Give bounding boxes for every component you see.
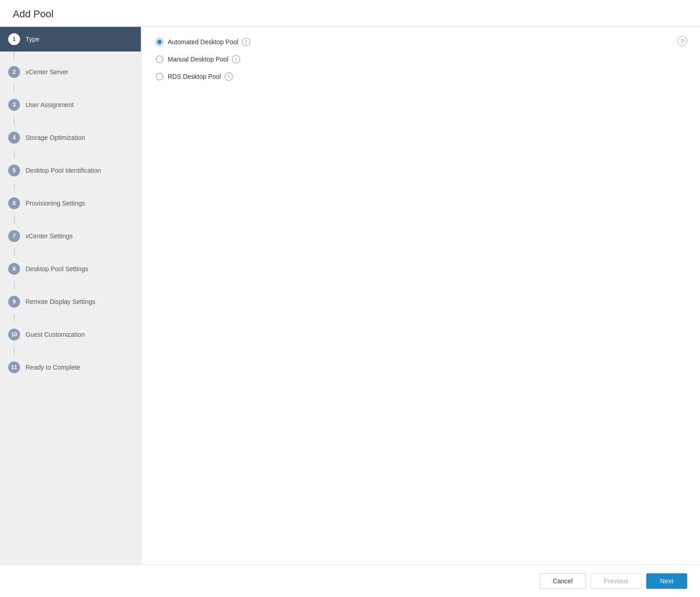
sidebar-connector	[14, 347, 15, 355]
sidebar-item-label: Desktop Pool Settings	[26, 265, 88, 273]
sidebar-item-storage-optimization[interactable]: 4Storage Optimization	[0, 125, 141, 150]
sidebar-item-label: Type	[26, 36, 39, 43]
add-pool-wizard: Add Pool 1Type2vCenter Server3User Assig…	[0, 0, 700, 597]
sidebar-item-label: Guest Customization	[26, 331, 85, 338]
step-badge-1: 1	[8, 33, 20, 45]
sidebar-connector	[14, 117, 15, 125]
option-row-automated: Automated Desktop Pooli	[156, 38, 685, 46]
previous-button[interactable]: Previous	[591, 573, 642, 589]
option-row-rds: RDS Desktop Pooli	[156, 72, 685, 81]
sidebar-connector	[14, 150, 15, 158]
sidebar-item-desktop-pool-identification[interactable]: 5Desktop Pool Identification	[0, 158, 141, 183]
step-badge-3: 3	[8, 99, 20, 111]
option-label-manual: Manual Desktop Pool	[168, 56, 228, 63]
sidebar-connector	[14, 314, 15, 322]
radio-manual[interactable]	[156, 56, 163, 63]
step-badge-6: 6	[8, 197, 20, 209]
sidebar-item-label: vCenter Settings	[26, 232, 73, 240]
sidebar-connector	[14, 183, 15, 191]
info-icon-manual[interactable]: i	[232, 55, 240, 63]
sidebar-item-user-assignment[interactable]: 3User Assignment	[0, 93, 141, 117]
sidebar-item-guest-customization[interactable]: 10Guest Customization	[0, 322, 141, 347]
sidebar: 1Type2vCenter Server3User Assignment4Sto…	[0, 27, 141, 565]
sidebar-item-type[interactable]: 1Type	[0, 27, 141, 51]
sidebar-item-label: vCenter Server	[26, 68, 68, 76]
step-badge-11: 11	[8, 361, 20, 373]
option-label-automated: Automated Desktop Pool	[168, 38, 238, 46]
sidebar-item-remote-display-settings[interactable]: 9Remote Display Settings	[0, 289, 141, 314]
wizard-body: 1Type2vCenter Server3User Assignment4Sto…	[0, 27, 700, 565]
sidebar-connector	[14, 51, 15, 60]
sidebar-connector	[14, 248, 15, 257]
step-badge-7: 7	[8, 230, 20, 242]
cancel-button[interactable]: Cancel	[540, 573, 586, 589]
step-badge-10: 10	[8, 329, 20, 340]
sidebar-item-vcenter-server[interactable]: 2vCenter Server	[0, 60, 141, 84]
main-content: ? Automated Desktop PooliManual Desktop …	[141, 27, 700, 565]
sidebar-connector	[14, 281, 15, 289]
options-container: Automated Desktop PooliManual Desktop Po…	[156, 38, 685, 81]
next-button[interactable]: Next	[646, 573, 687, 589]
step-badge-4: 4	[8, 132, 20, 144]
sidebar-item-vcenter-settings[interactable]: 7vCenter Settings	[0, 224, 141, 248]
step-badge-5: 5	[8, 165, 20, 176]
option-label-rds: RDS Desktop Pool	[168, 73, 221, 80]
wizard-footer: Cancel Previous Next	[0, 565, 700, 597]
sidebar-item-label: Storage Optimization	[26, 134, 85, 141]
step-badge-9: 9	[8, 296, 20, 308]
radio-rds[interactable]	[156, 73, 163, 80]
sidebar-item-label: Ready to Complete	[26, 364, 80, 371]
sidebar-item-ready-to-complete[interactable]: 11Ready to Complete	[0, 355, 141, 380]
sidebar-item-label: User Assignment	[26, 101, 74, 108]
step-badge-2: 2	[8, 66, 20, 78]
option-row-manual: Manual Desktop Pooli	[156, 55, 685, 63]
sidebar-item-label: Desktop Pool Identification	[26, 167, 101, 174]
radio-automated[interactable]	[156, 38, 163, 46]
sidebar-item-label: Provisioning Settings	[26, 200, 85, 207]
sidebar-item-provisioning-settings[interactable]: 6Provisioning Settings	[0, 191, 141, 216]
info-icon-automated[interactable]: i	[242, 38, 250, 46]
help-icon[interactable]: ?	[677, 36, 687, 46]
step-badge-8: 8	[8, 263, 20, 275]
sidebar-connector	[14, 216, 15, 224]
sidebar-item-label: Remote Display Settings	[26, 298, 95, 305]
sidebar-item-desktop-pool-settings[interactable]: 8Desktop Pool Settings	[0, 257, 141, 281]
info-icon-rds[interactable]: i	[225, 72, 233, 81]
page-title: Add Pool	[0, 0, 700, 27]
sidebar-connector	[14, 84, 15, 93]
